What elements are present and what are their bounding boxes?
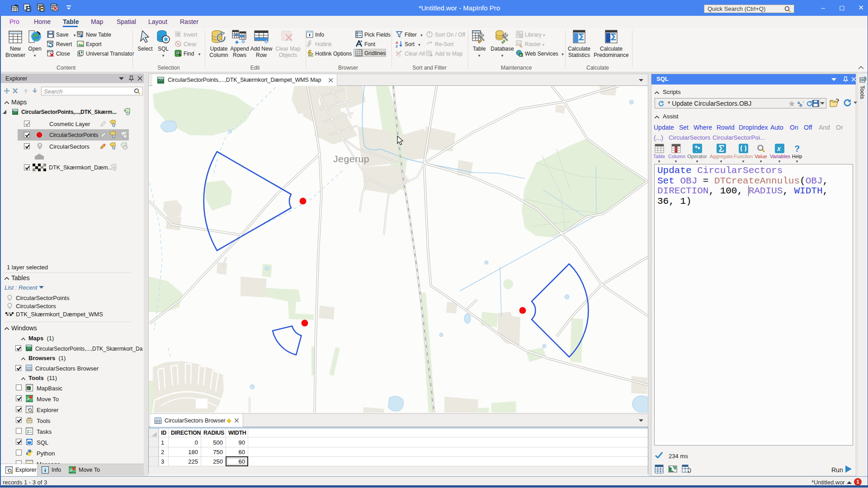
svg-text:b: b — [800, 103, 802, 108]
svg-text:Z: Z — [396, 44, 398, 48]
svg-text:Jegerup: Jegerup — [333, 154, 369, 164]
svg-text:x: x — [777, 145, 781, 152]
svg-text:?: ? — [794, 144, 800, 153]
svg-text:2: 2 — [399, 53, 401, 57]
svg-text:>_: >_ — [27, 387, 31, 390]
svg-text:K: K — [520, 54, 522, 56]
